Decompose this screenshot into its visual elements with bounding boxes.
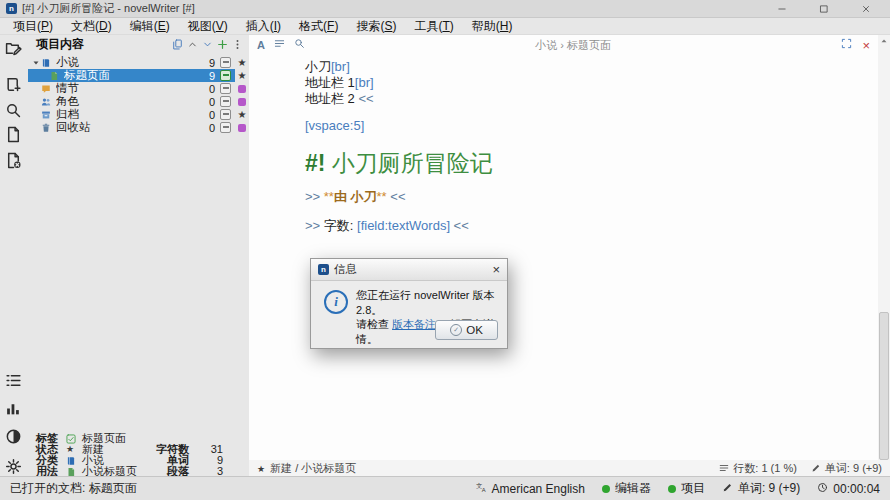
collapse-icon[interactable] [32, 59, 41, 67]
panel-menu-icon[interactable] [230, 38, 245, 51]
project-status: 项目 [668, 480, 705, 497]
side-rail [0, 35, 28, 477]
outline-icon[interactable] [5, 372, 23, 390]
editor-header-tools: A [257, 38, 305, 52]
editor-header-right: × [841, 38, 870, 52]
minimize-icon[interactable] [774, 2, 790, 15]
dialog-title-bar[interactable]: n 信息 × [311, 259, 507, 281]
doc-line: >> 字数: [field:textWords] << [305, 218, 850, 234]
doc-line: >> **由 小刀** << [305, 189, 850, 205]
importance-flag-icon [235, 98, 249, 106]
maximize-icon[interactable] [816, 2, 832, 15]
text-format-icon[interactable]: A [257, 39, 265, 51]
menu-item-f[interactable]: 格式(F) [290, 18, 347, 35]
release-notes-link[interactable]: 版本备注 [392, 318, 436, 330]
menu-item-t[interactable]: 工具(T) [405, 18, 462, 35]
active-checkbox-icon[interactable] [220, 70, 231, 81]
menu-item-e[interactable]: 编辑(E) [121, 18, 179, 35]
doc-segment: [br] [355, 75, 374, 90]
lines-icon [719, 463, 729, 475]
dialog-close-icon[interactable]: × [492, 263, 500, 276]
document-details-panel: 标签标题页面状态★新建分类小说用法小说标题页字符数31单词9段落3 [28, 430, 249, 477]
novelwriter-window: n [#] 小刀厕所冒险记 - novelWriter [#] 项目(P)文档(… [0, 0, 890, 500]
stats-icon[interactable] [5, 400, 23, 418]
doc-line: #! 小刀厕所冒险记 [305, 148, 850, 178]
window-controls [774, 2, 884, 15]
close-icon[interactable] [858, 2, 874, 15]
document-status-text: 新建 / 小说标题页 [270, 461, 356, 476]
edit-project-icon[interactable] [5, 40, 23, 58]
document-text[interactable]: 小刀[br]地址栏 1[br]地址栏 2 <<[vspace:5]#! 小刀厕所… [305, 59, 850, 234]
active-checkbox-icon[interactable] [220, 57, 231, 68]
status-star-icon: ★ [235, 110, 249, 120]
editor-search-icon[interactable] [294, 38, 305, 52]
app-logo-icon: n [6, 3, 17, 14]
status-star-icon: ★ [235, 71, 249, 81]
scrollbar-thumb[interactable] [879, 312, 889, 460]
session-timer[interactable]: 00:00:04 [817, 482, 880, 496]
menu-item-i[interactable]: 插入(I) [237, 18, 290, 35]
ok-button[interactable]: ✓ OK [435, 320, 498, 340]
tree-item-count: 9 [191, 70, 220, 82]
menu-item-d[interactable]: 文档(D) [62, 18, 121, 35]
document-icon[interactable] [5, 126, 23, 144]
tree-item-count: 0 [191, 83, 220, 95]
title-bar: n [#] 小刀厕所冒险记 - novelWriter [#] [0, 0, 890, 18]
importance-flag-icon [235, 85, 249, 93]
editor-scrollbar[interactable] [878, 35, 890, 460]
menu-item-p[interactable]: 项目(P) [4, 18, 62, 35]
theme-icon[interactable] [5, 428, 23, 446]
trash-icon [41, 123, 53, 133]
doc-segment: 字数: [324, 218, 357, 233]
session-words: 单词: 9 (+9) [722, 480, 800, 497]
book-icon [66, 456, 78, 466]
square-glyph [238, 98, 246, 106]
menu-item-h[interactable]: 帮助(H) [463, 18, 522, 35]
check-icon [66, 434, 78, 444]
doc-segment: << [387, 189, 406, 204]
scroll-up-icon[interactable] [878, 35, 890, 47]
doc-segment: << [450, 218, 469, 233]
status-message: 已打开的文档: 标题页面 [10, 480, 476, 497]
move-up-icon[interactable] [185, 38, 200, 51]
tree-item-count: 0 [191, 109, 220, 121]
move-down-icon[interactable] [200, 38, 215, 51]
maximize-editor-icon[interactable] [841, 38, 852, 52]
outline-list-icon[interactable] [274, 38, 285, 52]
star-icon: ★ [66, 444, 78, 455]
menu-item-v[interactable]: 视图(V) [179, 18, 237, 35]
clock-icon [817, 482, 828, 496]
tree-row[interactable]: 回收站0 [28, 121, 249, 134]
doc-segment: << [358, 91, 373, 106]
active-checkbox-icon[interactable] [220, 109, 231, 120]
doc-segment: ** [377, 189, 387, 204]
star-glyph: ★ [238, 110, 247, 120]
copy-document-icon[interactable] [170, 38, 185, 51]
docgreen-icon [66, 467, 78, 477]
close-document-icon[interactable]: × [862, 40, 870, 51]
document-status[interactable]: ★ 新建 / 小说标题页 [257, 461, 719, 476]
add-item-icon[interactable] [215, 38, 230, 51]
active-checkbox-icon[interactable] [220, 83, 231, 94]
info-icon: i [324, 290, 348, 314]
doc-line: 地址栏 2 << [305, 91, 850, 107]
project-panel-title: 项目内容 [36, 36, 170, 53]
active-checkbox-icon[interactable] [220, 122, 231, 133]
active-checkbox-icon[interactable] [220, 96, 231, 107]
status-star-icon: ★ [257, 464, 265, 474]
docgreen-icon [49, 71, 61, 81]
star-glyph: ★ [238, 58, 247, 68]
menu-item-s[interactable]: 搜索(S) [347, 18, 405, 35]
dialog-title: 信息 [334, 262, 487, 277]
doc-line: 小刀[br] [305, 59, 850, 75]
spell-language[interactable]: 文A American English [476, 482, 585, 496]
remove-document-icon[interactable] [5, 152, 23, 170]
editor-footer-right: 行数: 1 (1 %) 单词: 9 (+9) [719, 461, 882, 476]
doc-segment: 地址栏 2 [305, 91, 358, 106]
editor-header: A 小说 › 标题页面 × [249, 35, 878, 55]
novel-view-icon[interactable] [5, 76, 23, 94]
settings-icon[interactable] [5, 458, 23, 476]
editor-panel: A 小说 › 标题页面 × 小刀[br]地址栏 1[br]地址栏 2 <<[vs… [249, 35, 890, 477]
language-icon: 文A [476, 482, 487, 496]
search-icon[interactable] [5, 102, 23, 120]
